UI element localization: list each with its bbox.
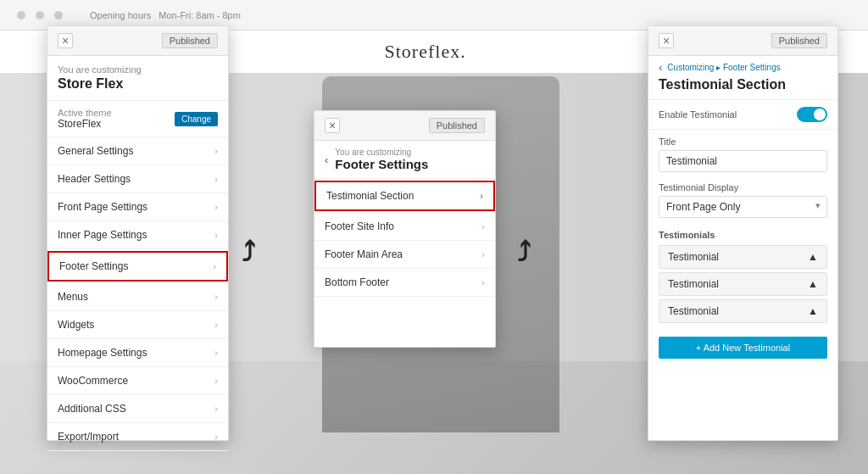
panel2-footer-site-info-label: Footer Site Info	[325, 220, 394, 232]
panel2-menu-footer-site-info[interactable]: Footer Site Info ›	[314, 213, 495, 241]
testimonial-item-2[interactable]: Testimonial ▲	[659, 272, 827, 296]
panel2-close-button[interactable]: ×	[325, 118, 340, 133]
panel1-active-theme-label: Active theme	[58, 108, 112, 118]
menu-item-menus-label: Menus	[58, 291, 88, 303]
menu-item-woocommerce-label: WooCommerce	[58, 375, 128, 387]
panel-testimonial-section: × Published ‹ Customizing ▸ Footer Setti…	[648, 25, 838, 441]
panel-customizer: × Published You are customizing Store Fl…	[47, 25, 229, 441]
add-testimonial-button[interactable]: + Add New Testimonial	[659, 337, 827, 359]
panel3-section-title: Testimonial Section	[648, 75, 837, 100]
panel2-customizing-label: You are customizing	[335, 148, 428, 157]
enable-testimonial-label: Enable Testimonial	[659, 109, 737, 120]
chevron-additional-css: ›	[214, 404, 218, 414]
testimonial-item-3-arrow: ▲	[808, 305, 818, 317]
panel1-store-name: Store Flex	[58, 76, 218, 92]
arrow-2: ⤴	[517, 237, 531, 269]
testimonials-section: Testimonials Testimonial ▲ Testimonial ▲…	[648, 225, 837, 330]
menu-item-general[interactable]: General Settings ›	[47, 137, 228, 165]
panel1-close-button[interactable]: ×	[58, 33, 73, 48]
chevron-front-page: ›	[214, 202, 218, 212]
menu-item-header-label: Header Settings	[58, 173, 131, 185]
panel2-published-badge: Published	[429, 118, 485, 133]
testimonials-section-label: Testimonials	[659, 230, 827, 240]
menu-item-additional-css-label: Additional CSS	[58, 403, 126, 415]
panel2-back-button[interactable]: ‹	[325, 153, 328, 166]
testimonial-item-2-arrow: ▲	[808, 278, 818, 290]
chevron-inner-page: ›	[214, 230, 218, 240]
panel1-theme-name: StoreFlex	[58, 118, 112, 130]
panel1-published-badge: Published	[162, 33, 218, 48]
menu-item-footer-label: Footer Settings	[59, 260, 128, 272]
panel-footer-settings: × Published ‹ You are customizing Footer…	[314, 110, 496, 348]
panel1-theme-row: Active theme StoreFlex Change	[47, 101, 228, 137]
chevron-header: ›	[214, 174, 218, 184]
panel3-nav: ‹ Customizing ▸ Footer Settings	[648, 56, 837, 75]
bg-dot3	[54, 11, 63, 20]
panel3-published-badge: Published	[771, 33, 827, 48]
menu-item-header[interactable]: Header Settings ›	[47, 165, 228, 193]
menu-item-export-import[interactable]: Export/Import ›	[47, 423, 228, 451]
panel1-customizing-label: You are customizing	[58, 64, 218, 75]
title-field-label: Title	[659, 137, 827, 147]
chevron-homepage: ›	[214, 348, 218, 358]
menu-item-additional-css[interactable]: Additional CSS ›	[47, 395, 228, 423]
bg-dot2	[36, 11, 44, 20]
menu-item-widgets-label: Widgets	[58, 319, 94, 331]
menu-item-homepage-label: Homepage Settings	[58, 347, 147, 359]
display-select-wrapper: Front Page Only All Pages None	[659, 196, 827, 218]
enable-testimonial-row: Enable Testimonial	[648, 100, 837, 130]
panel2-nav: ‹ You are customizing Footer Settings	[314, 141, 495, 179]
panel2-section-title: Footer Settings	[335, 157, 428, 171]
menu-item-homepage[interactable]: Homepage Settings ›	[47, 339, 228, 367]
panel1-info: You are customizing Store Flex	[47, 56, 228, 101]
panel2-testimonial-label: Testimonial Section	[326, 190, 414, 202]
panel2-menu-bottom-footer[interactable]: Bottom Footer ›	[314, 269, 495, 297]
menu-item-widgets[interactable]: Widgets ›	[47, 311, 228, 339]
chevron-footer-site-info: ›	[481, 221, 485, 231]
testimonial-item-2-label: Testimonial	[668, 278, 719, 290]
chevron-bottom-footer: ›	[481, 277, 485, 287]
testimonial-item-1[interactable]: Testimonial ▲	[659, 245, 827, 269]
testimonial-item-3-label: Testimonial	[668, 305, 719, 317]
chevron-menus: ›	[214, 292, 218, 302]
arrow-1: ⤴	[242, 237, 255, 269]
testimonial-item-1-arrow: ▲	[808, 251, 818, 263]
chevron-widgets: ›	[214, 320, 218, 330]
menu-item-general-label: General Settings	[58, 145, 133, 157]
panel3-close-button[interactable]: ×	[659, 33, 674, 48]
enable-testimonial-toggle[interactable]	[797, 107, 827, 122]
menu-item-menus[interactable]: Menus ›	[47, 283, 228, 311]
display-section: Testimonial Display Front Page Only All …	[648, 176, 837, 225]
testimonial-item-3[interactable]: Testimonial ▲	[659, 299, 827, 323]
panel2-menu-footer-main-area[interactable]: Footer Main Area ›	[314, 241, 495, 269]
panel3-header: × Published	[648, 26, 837, 56]
menu-item-inner-page-label: Inner Page Settings	[58, 229, 147, 241]
chevron-footer-main-area: ›	[481, 249, 485, 259]
panel1-header: × Published	[47, 26, 228, 56]
panel2-footer-main-area-label: Footer Main Area	[325, 248, 403, 260]
bg-dot1	[17, 11, 25, 20]
chevron-testimonial: ›	[480, 191, 483, 201]
panel3-back-button[interactable]: ‹	[659, 61, 662, 74]
title-section: Title	[648, 130, 837, 176]
display-field-label: Testimonial Display	[659, 182, 827, 192]
menu-item-footer[interactable]: Footer Settings ›	[47, 251, 228, 282]
menu-item-woocommerce[interactable]: WooCommerce ›	[47, 367, 228, 395]
chevron-footer: ›	[213, 261, 216, 271]
menu-item-inner-page[interactable]: Inner Page Settings ›	[47, 221, 228, 249]
menu-item-export-import-label: Export/Import	[58, 431, 119, 443]
panel2-menu-testimonial[interactable]: Testimonial Section ›	[314, 181, 495, 211]
title-input[interactable]	[659, 150, 827, 172]
bg-nav-logo: Storeflex.	[385, 41, 466, 63]
panel2-bottom-footer-label: Bottom Footer	[325, 276, 389, 288]
change-theme-button[interactable]: Change	[175, 112, 218, 126]
testimonial-item-1-label: Testimonial	[668, 251, 719, 263]
display-select[interactable]: Front Page Only All Pages None	[659, 196, 827, 218]
menu-item-front-page[interactable]: Front Page Settings ›	[47, 193, 228, 221]
chevron-export-import: ›	[214, 432, 218, 442]
chevron-woocommerce: ›	[214, 376, 218, 386]
chevron-general: ›	[214, 146, 218, 156]
panel3-breadcrumb: Customizing ▸ Footer Settings	[667, 63, 780, 72]
panel2-header: × Published	[314, 111, 495, 141]
bg-top-bar-text: Opening hours Mon-Fri: 8am - 8pm	[90, 10, 241, 20]
